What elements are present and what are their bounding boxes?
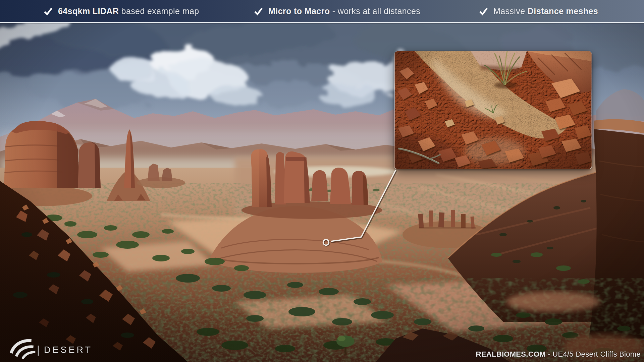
feature-text: Micro to Macro - works at all distances [268, 6, 420, 16]
terrain-closeup-render [394, 51, 592, 169]
banner-separator [0, 22, 644, 23]
brand-lockup: | DESERT [37, 344, 93, 356]
site-url: REALBIOMES.COM [476, 350, 546, 358]
feature-banner: 64sqkm LIDAR based example map Micro to … [0, 0, 644, 22]
promo-image: 64sqkm LIDAR based example map Micro to … [0, 0, 644, 362]
check-icon [44, 7, 53, 16]
feature-item-lidar: 64sqkm LIDAR based example map [44, 0, 199, 22]
terrain-detail-inset [394, 51, 592, 169]
feature-item-distance-meshes: Massive Distance meshes [479, 0, 598, 22]
feature-text: 64sqkm LIDAR based example map [58, 6, 199, 16]
site-credit: REALBIOMES.COM - UE4/5 Desert Cliffs Bio… [476, 350, 641, 359]
brand-name: DESERT [44, 345, 93, 355]
site-product: - UE4/5 Desert Cliffs Biome [546, 350, 641, 358]
check-icon [479, 7, 488, 16]
brand-separator: | [37, 344, 40, 356]
feature-text: Massive Distance meshes [493, 6, 598, 16]
check-icon [254, 7, 263, 16]
feature-item-micro-macro: Micro to Macro - works at all distances [254, 0, 420, 22]
realbiomes-logo-icon [9, 338, 37, 359]
